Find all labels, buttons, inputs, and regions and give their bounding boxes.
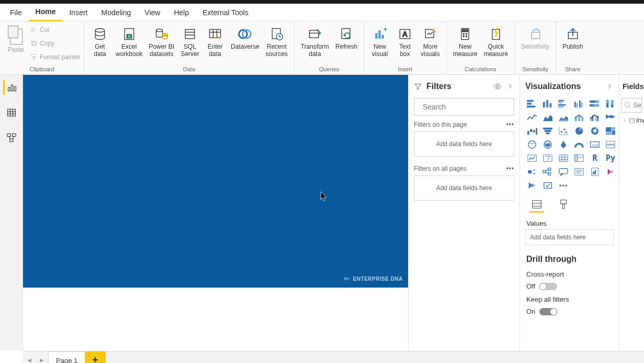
viz-line-clustered-column[interactable]	[588, 112, 602, 123]
viz-power-apps[interactable]	[604, 166, 617, 178]
viz-multi-row-card[interactable]	[604, 139, 617, 150]
excel-workbook-button[interactable]: X Excel workbook	[112, 24, 145, 58]
menu-modeling[interactable]: Modeling	[94, 4, 138, 21]
report-canvas[interactable]: ENTERPRISE DNA	[23, 75, 408, 288]
new-visual-button[interactable]: + New visual	[367, 24, 392, 58]
fields-search[interactable]	[622, 98, 642, 113]
viz-clustered-column[interactable]	[572, 98, 586, 109]
viz-ribbon[interactable]	[604, 112, 617, 123]
copy-button[interactable]: Copy	[30, 37, 81, 50]
pbi-datasets-button[interactable]: Power BI datasets	[145, 24, 177, 58]
svg-rect-143	[544, 183, 551, 189]
svg-rect-135	[559, 169, 568, 174]
add-page-button[interactable]: +	[85, 351, 106, 364]
viz-stacked-bar[interactable]	[525, 98, 539, 109]
viz-power-automate[interactable]	[525, 180, 539, 191]
fields-table-row[interactable]: Inv	[619, 113, 644, 128]
viz-treemap[interactable]	[604, 125, 617, 137]
viz-decomposition-tree[interactable]	[541, 166, 555, 178]
filters-search-input[interactable]	[423, 103, 514, 111]
model-view-button[interactable]	[4, 130, 19, 145]
keep-filters-toggle[interactable]	[539, 308, 557, 315]
filters-search[interactable]	[414, 98, 514, 116]
viz-fields-tab[interactable]	[529, 199, 544, 213]
viz-matrix[interactable]	[572, 152, 586, 164]
more-visuals-button[interactable]: More visuals	[417, 24, 443, 58]
data-view-button[interactable]	[4, 105, 19, 120]
viz-100-stacked-bar[interactable]	[588, 98, 602, 109]
cut-button[interactable]: Cut	[30, 24, 81, 36]
sensitivity-button[interactable]: Sensitivity	[518, 24, 552, 51]
viz-funnel[interactable]	[541, 125, 555, 137]
viz-python[interactable]: Py	[604, 152, 617, 164]
eye-icon[interactable]	[493, 82, 502, 91]
filters-page-dropzone[interactable]: Add data fields here	[414, 131, 514, 157]
menu-help[interactable]: Help	[167, 4, 196, 21]
svg-line-134	[546, 172, 548, 174]
svg-rect-75	[595, 101, 599, 103]
viz-more-options[interactable]: •••	[557, 180, 570, 191]
more-visuals-label: More visuals	[421, 43, 440, 58]
viz-qa[interactable]	[557, 166, 570, 178]
fields-search-input[interactable]	[634, 102, 642, 109]
viz-table[interactable]	[557, 152, 570, 164]
menu-insert[interactable]: Insert	[62, 4, 94, 21]
viz-stacked-column[interactable]	[541, 98, 555, 109]
viz-line-stacked-column[interactable]	[572, 112, 586, 123]
chevron-right-icon[interactable]	[605, 82, 614, 91]
viz-key-influencers[interactable]	[525, 166, 539, 178]
page-prev-button[interactable]: ◄	[23, 351, 36, 364]
menu-file[interactable]: File	[3, 4, 29, 21]
viz-clustered-bar[interactable]	[557, 98, 570, 109]
viz-values-dropzone[interactable]: Add data fields here	[525, 229, 614, 245]
filters-all-more-icon[interactable]: •••	[506, 165, 514, 172]
viz-azure-map[interactable]	[557, 139, 570, 150]
viz-format-tab[interactable]	[557, 199, 571, 213]
new-measure-icon	[457, 26, 473, 42]
menu-view[interactable]: View	[138, 4, 167, 21]
viz-100-stacked-column[interactable]	[604, 98, 617, 109]
svg-line-56	[12, 137, 14, 139]
refresh-button[interactable]: Refresh	[332, 24, 360, 51]
viz-stacked-area[interactable]	[557, 112, 570, 123]
viz-r-script[interactable]: R	[588, 152, 602, 164]
enter-data-button[interactable]: Enter data	[202, 24, 228, 58]
menu-home[interactable]: Home	[29, 4, 63, 21]
viz-line[interactable]	[525, 112, 539, 123]
viz-filled-map[interactable]	[541, 139, 555, 150]
viz-gauge[interactable]	[572, 139, 586, 150]
viz-waterfall[interactable]	[525, 125, 539, 137]
viz-pie[interactable]	[572, 125, 586, 137]
filters-all-dropzone[interactable]: Add data fields here	[414, 175, 514, 201]
viz-area[interactable]	[541, 112, 555, 123]
report-view-button[interactable]	[3, 80, 18, 95]
viz-scatter[interactable]	[557, 125, 570, 137]
format-painter-button[interactable]: Format painter	[30, 51, 81, 63]
quick-measure-button[interactable]: Quick measure	[480, 24, 511, 58]
viz-card[interactable]: 123	[588, 139, 602, 150]
viz-donut[interactable]	[588, 125, 602, 137]
text-box-button[interactable]: A Text box	[392, 24, 417, 58]
viz-paginated-report[interactable]	[588, 166, 602, 178]
viz-smart-narrative[interactable]	[572, 166, 586, 178]
page-next-button[interactable]: ►	[36, 351, 48, 364]
cross-report-toggle[interactable]	[539, 283, 557, 290]
recent-sources-button[interactable]: Recent sources	[263, 24, 291, 58]
format-painter-label: Format painter	[40, 53, 81, 61]
viz-map[interactable]	[525, 139, 539, 150]
get-data-button[interactable]: Get data	[87, 24, 112, 58]
sql-server-button[interactable]: SQL Server	[177, 24, 202, 58]
chevron-right-icon[interactable]	[506, 82, 514, 91]
transform-data-button[interactable]: Transform data	[298, 24, 332, 58]
paste-button[interactable]: Paste	[3, 24, 28, 54]
publish-button[interactable]: Publish	[559, 24, 586, 51]
filters-page-more-icon[interactable]: •••	[506, 121, 514, 128]
viz-kpi[interactable]	[525, 152, 539, 164]
viz-custom[interactable]	[541, 180, 555, 191]
svg-text:+: +	[383, 27, 387, 33]
new-measure-button[interactable]: New measure	[450, 24, 481, 58]
menu-external-tools[interactable]: External Tools	[196, 4, 255, 21]
viz-slicer[interactable]	[541, 152, 555, 164]
dataverse-button[interactable]: Dataverse	[228, 24, 263, 51]
page-tab-1[interactable]: Page 1	[48, 351, 85, 364]
